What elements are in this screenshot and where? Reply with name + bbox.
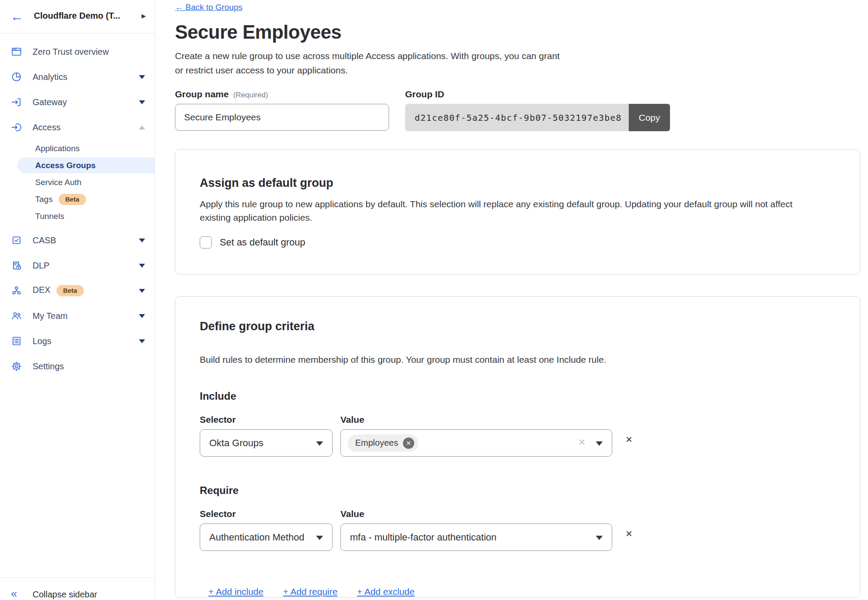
sidebar: ← Cloudflare Demo (T... ▶ Zero Trust ove… — [0, 0, 155, 600]
selector-label: Selector — [200, 509, 340, 519]
arrow-left-icon[interactable]: ← — [10, 6, 23, 27]
add-rule-links: + Add include + Add require + Add exclud… — [200, 587, 835, 597]
gear-icon — [11, 361, 22, 372]
group-id-label: Group ID — [405, 89, 444, 99]
remove-require-rule-button[interactable]: × — [626, 527, 632, 540]
sidebar-item-dex[interactable]: DEXBeta — [0, 278, 155, 303]
remove-include-rule-button[interactable]: × — [626, 433, 632, 446]
sidebar-item-access[interactable]: Access — [0, 115, 155, 140]
value-chip: Employees ✕ — [348, 434, 418, 452]
sidebar-item-logs[interactable]: Logs — [0, 328, 155, 354]
require-selector-dropdown[interactable]: Authentication Method — [200, 524, 333, 551]
default-group-checkbox[interactable] — [200, 236, 212, 249]
value-label: Value — [340, 414, 364, 425]
description-line: Create a new rule group to use across mu… — [175, 49, 560, 63]
copy-button[interactable]: Copy — [629, 104, 670, 131]
remove-chip-icon[interactable]: ✕ — [403, 438, 414, 449]
group-name-label: Group name — [175, 89, 229, 99]
beta-badge: Beta — [59, 194, 86, 205]
card-title: Assign as default group — [200, 176, 835, 189]
include-selector-dropdown[interactable]: Okta Groups — [200, 429, 333, 457]
chip-label: Employees — [355, 438, 398, 448]
chevron-down-icon[interactable] — [139, 75, 145, 79]
include-heading: Include — [200, 390, 835, 402]
sidebar-item-dlp[interactable]: DLP — [0, 253, 155, 278]
group-id-field: Group ID d21ce80f-5a25-4bcf-9b07-5032197… — [405, 89, 670, 131]
selected-option: mfa - multiple-factor authentication — [341, 532, 497, 543]
sidebar-header: ← Cloudflare Demo (T... ▶ — [0, 0, 155, 33]
clear-all-icon[interactable]: ✕ — [578, 437, 586, 448]
main-content: ← Back to Groups Secure Employees Create… — [155, 0, 868, 600]
card-body: Apply this rule group to new application… — [200, 197, 821, 224]
add-include-link[interactable]: + Add include — [208, 587, 264, 597]
sidebar-item-applications[interactable]: Applications — [0, 140, 155, 157]
sidebar-subitem-label: Access Groups — [35, 161, 96, 170]
chevron-down-icon — [596, 441, 603, 446]
account-title[interactable]: Cloudflare Demo (T... — [34, 11, 120, 21]
card-body: Build rules to determine membership of t… — [200, 355, 835, 365]
gateway-icon — [11, 96, 22, 108]
group-name-input[interactable] — [175, 104, 389, 131]
set-default-group-option[interactable]: Set as default group — [200, 236, 835, 249]
chevron-down-icon — [596, 536, 603, 540]
require-heading: Require — [200, 484, 835, 497]
chevron-down-icon[interactable] — [139, 264, 145, 268]
page-title: Secure Employees — [175, 21, 341, 43]
sidebar-item-label: Logs — [33, 336, 51, 346]
sidebar-nav: Zero Trust overview Analytics Gateway Ac… — [0, 33, 155, 379]
sidebar-item-tags[interactable]: TagsBeta — [0, 191, 155, 208]
team-icon — [11, 310, 22, 322]
caret-right-icon[interactable]: ▶ — [142, 13, 146, 19]
define-group-criteria-card: Define group criteria Build rules to det… — [175, 296, 860, 598]
checkbox-label: Set as default group — [220, 237, 305, 248]
sidebar-item-label: DEXBeta — [33, 285, 84, 296]
selected-option: Authentication Method — [200, 532, 304, 543]
selector-label: Selector — [200, 414, 340, 425]
sidebar-item-label: Gateway — [33, 97, 67, 107]
chevron-down-icon[interactable] — [139, 314, 145, 318]
sidebar-item-label: Settings — [33, 361, 64, 371]
add-exclude-link[interactable]: + Add exclude — [357, 587, 415, 597]
value-label: Value — [340, 509, 364, 519]
sidebar-item-my-team[interactable]: My Team — [0, 303, 155, 328]
description-line: or restrict user access to your applicat… — [175, 63, 560, 77]
sidebar-item-access-groups[interactable]: Access Groups — [0, 157, 155, 174]
dex-icon — [11, 285, 22, 296]
collapse-sidebar-label: Collapse sidebar — [33, 590, 97, 600]
overview-icon — [11, 46, 22, 57]
chevrons-left-icon: « — [11, 587, 17, 600]
assign-default-group-card: Assign as default group Apply this rule … — [175, 149, 860, 275]
sidebar-item-label: CASB — [33, 235, 56, 245]
sidebar-item-analytics[interactable]: Analytics — [0, 64, 155, 90]
sidebar-subitem-label: Service Auth — [35, 178, 82, 187]
beta-badge: Beta — [56, 285, 84, 296]
sidebar-item-tunnels[interactable]: Tunnels — [0, 208, 155, 225]
back-to-groups-link[interactable]: ← Back to Groups — [175, 3, 242, 12]
chevron-down-icon — [316, 536, 323, 540]
sidebar-item-label: My Team — [33, 311, 68, 321]
sidebar-item-service-auth[interactable]: Service Auth — [0, 174, 155, 191]
chevron-down-icon[interactable] — [139, 289, 145, 293]
add-require-link[interactable]: + Add require — [283, 587, 338, 597]
sidebar-subitem-label: Applications — [35, 144, 79, 153]
sidebar-item-settings[interactable]: Settings — [0, 354, 155, 379]
sidebar-subitem-label: Tags — [35, 195, 53, 204]
chevron-down-icon[interactable] — [139, 239, 145, 242]
include-labels: Selector Value — [200, 414, 835, 425]
include-rule-row: Okta Groups Employees ✕ ✕ × — [200, 429, 835, 457]
sidebar-item-casb[interactable]: CASB — [0, 228, 155, 253]
analytics-icon — [11, 71, 22, 83]
chevron-down-icon[interactable] — [139, 339, 145, 343]
sidebar-item-label: Zero Trust overview — [33, 47, 109, 57]
sidebar-item-label: DLP — [33, 261, 50, 271]
card-title: Define group criteria — [200, 320, 835, 333]
sidebar-item-zero-trust-overview[interactable]: Zero Trust overview — [0, 39, 155, 64]
collapse-sidebar-button[interactable]: « Collapse sidebar — [0, 584, 155, 600]
sidebar-subitem-label: Tunnels — [35, 212, 64, 221]
group-name-field: Group name (Required) — [175, 89, 389, 131]
chevron-up-icon[interactable] — [139, 126, 145, 129]
sidebar-item-gateway[interactable]: Gateway — [0, 90, 155, 115]
chevron-down-icon[interactable] — [139, 100, 145, 104]
include-value-multiselect[interactable]: Employees ✕ ✕ — [340, 429, 612, 457]
require-value-dropdown[interactable]: mfa - multiple-factor authentication — [340, 524, 612, 551]
